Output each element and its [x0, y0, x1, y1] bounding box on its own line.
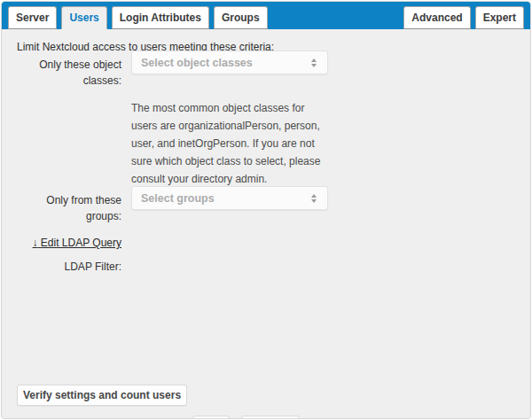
tab-groups[interactable]: Groups: [214, 6, 268, 29]
down-arrow-icon: ↓: [33, 237, 38, 249]
verify-settings-button[interactable]: Verify settings and count users: [17, 385, 187, 406]
groups-select[interactable]: Select groups: [131, 186, 328, 210]
ldap-filter-row: LDAP Filter:: [17, 259, 515, 275]
tab-advanced[interactable]: Advanced: [403, 6, 470, 29]
select-arrows-icon: [311, 58, 317, 67]
ldap-filter-label: LDAP Filter:: [17, 259, 121, 275]
groups-placeholder: Select groups: [141, 192, 311, 205]
select-arrows-icon: [311, 194, 317, 203]
object-classes-row: Only these object classes: Select object…: [17, 51, 515, 89]
users-tab-panel: Limit Nextcloud access to users meeting …: [2, 29, 530, 419]
ldap-wizard-window: Server Users Login Attributes Groups Adv…: [1, 1, 531, 419]
footer-row: Configuration incorrect Back Continue i …: [64, 416, 515, 419]
back-button[interactable]: Back: [192, 416, 231, 419]
tab-bar: Server Users Login Attributes Groups Adv…: [2, 2, 530, 29]
object-classes-label: Only these object classes:: [17, 51, 121, 89]
tab-login-attributes[interactable]: Login Attributes: [112, 6, 209, 29]
edit-ldap-query-label: Edit LDAP Query: [41, 237, 121, 249]
tab-expert[interactable]: Expert: [475, 6, 524, 29]
groups-label: Only from these groups:: [17, 186, 121, 224]
tab-users[interactable]: Users: [61, 6, 106, 29]
groups-row: Only from these groups: Select groups: [17, 186, 515, 224]
continue-button[interactable]: Continue: [241, 416, 300, 419]
object-classes-select[interactable]: Select object classes: [131, 51, 328, 74]
object-classes-placeholder: Select object classes: [141, 57, 311, 69]
edit-ldap-query-link[interactable]: ↓ Edit LDAP Query: [17, 237, 121, 250]
tab-server[interactable]: Server: [8, 6, 57, 29]
object-classes-help-text: The most common object classes for users…: [131, 99, 328, 188]
